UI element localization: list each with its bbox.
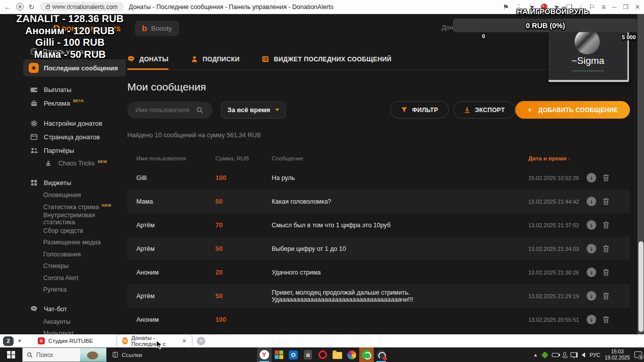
- start-button[interactable]: [0, 347, 22, 362]
- info-icon[interactable]: i: [587, 173, 596, 183]
- info-icon[interactable]: i: [587, 315, 596, 324]
- tab-subscriptions[interactable]: ПОДПИСКИ: [191, 55, 239, 69]
- reload-icon[interactable]: ↻: [29, 4, 35, 11]
- clock[interactable]: 15:03 19.02.2025: [605, 349, 630, 361]
- info-icon[interactable]: i: [587, 220, 596, 230]
- screen: ← Я ↻ www.donationalerts.com Донаты - По…: [0, 0, 644, 362]
- sidebar-item-партнёры[interactable]: Партнёры: [0, 144, 126, 157]
- app-opera[interactable]: [315, 347, 330, 362]
- sidebar-item-чат-бот[interactable]: Чат-бот: [0, 302, 126, 316]
- tab-count-badge[interactable]: 2: [3, 336, 14, 346]
- download-icon[interactable]: ↓: [579, 4, 582, 10]
- app-photos[interactable]: [345, 347, 359, 362]
- datetime-text: 13.02.2025 21:44:42: [528, 199, 585, 205]
- sidebar-item-статистика-стрима[interactable]: Статистика стримаNEW: [0, 201, 126, 213]
- antivirus-icon[interactable]: [541, 351, 548, 358]
- new-tab-button[interactable]: +: [197, 337, 205, 345]
- bookmark-flag-icon[interactable]: ⚑: [503, 4, 509, 11]
- sidebar-item-стикеры[interactable]: Стикеры: [0, 260, 126, 273]
- delete-icon[interactable]: [603, 198, 609, 205]
- filter-button[interactable]: ФИЛЬТР: [390, 101, 449, 119]
- more-menu-icon[interactable]: ⋮: [516, 4, 523, 11]
- close-button[interactable]: ✕: [635, 4, 640, 11]
- tab-studia-rutube[interactable]: S Студия RUTUBE: [33, 334, 98, 347]
- notifications-icon[interactable]: 1: [634, 351, 642, 358]
- sidebar-item-настройки-донатов[interactable]: Настройки донатов: [0, 117, 126, 130]
- extensions-icon[interactable]: ❏: [566, 4, 573, 11]
- back-icon[interactable]: ←: [4, 4, 11, 11]
- sidebar-item-рулетка[interactable]: Рулетка: [0, 284, 126, 296]
- search-input[interactable]: [134, 106, 192, 114]
- sidebar-item-внутристримовая-статистика[interactable]: Внутристримовая статистика: [0, 213, 126, 225]
- sidebar-item-виджеты[interactable]: Виджеты: [0, 176, 126, 190]
- delete-icon[interactable]: [603, 268, 609, 276]
- sidebar-item-выплаты[interactable]: Выплаты: [0, 83, 126, 97]
- sidebar-item-страница-донатов[interactable]: Страница донатов: [0, 130, 126, 144]
- taskbar-apps: Y O ▦: [257, 347, 388, 362]
- username-search[interactable]: [127, 102, 213, 119]
- cell-datetime: 13.02.2025 21:30:26i: [528, 267, 626, 277]
- delete-icon[interactable]: [603, 292, 609, 300]
- sidebar-item-голосования[interactable]: Голосования: [0, 248, 126, 260]
- app-outlook[interactable]: O: [286, 347, 301, 362]
- yandex-protect-icon[interactable]: Я: [16, 3, 24, 11]
- tray-expand-icon[interactable]: ▲: [533, 352, 538, 357]
- tab-donationalerts-active[interactable]: D Донаты - Последние с ✕: [117, 334, 192, 347]
- app-obs[interactable]: [374, 347, 388, 362]
- app-yandex-browser[interactable]: Y: [257, 347, 272, 362]
- donations-stat: Донаты: 88,0: [442, 24, 479, 31]
- scrollbar-thumb[interactable]: [638, 241, 643, 332]
- battery-icon[interactable]: [552, 353, 559, 357]
- links-toolbar[interactable]: Ссылки: [113, 352, 142, 358]
- sidebar-item-chaos-tricks[interactable]: Chaos TricksNEW: [0, 157, 126, 169]
- tab-last-messages-widget[interactable]: ВИДЖЕТ ПОСЛЕДНИХ СООБЩЕНИЙ: [262, 55, 391, 69]
- sort-datetime[interactable]: Дата и время ↓: [528, 155, 623, 161]
- page-scrollbar[interactable]: [637, 14, 644, 334]
- info-icon[interactable]: i: [587, 197, 596, 206]
- tab-list-chevron-icon[interactable]: ▼: [16, 338, 24, 343]
- info-icon[interactable]: i: [587, 291, 596, 301]
- minimize-button[interactable]: ─: [612, 4, 617, 11]
- app-calculator[interactable]: ▦: [301, 347, 315, 362]
- period-dropdown[interactable]: За всё время: [221, 102, 286, 119]
- app-file-explorer[interactable]: [330, 347, 345, 362]
- add-message-button[interactable]: + ДОБАВИТЬ СООБЩЕНИЕ: [515, 101, 630, 119]
- delete-icon[interactable]: [603, 174, 609, 182]
- sidebar-item-corona-alert[interactable]: Corona Alert: [0, 272, 126, 284]
- widget-list-icon: [262, 55, 269, 63]
- sidebar-item-реклама[interactable]: РекламаBETA: [0, 97, 126, 110]
- info-icon[interactable]: i: [587, 267, 596, 277]
- delete-icon[interactable]: [603, 245, 609, 252]
- microphone-icon[interactable]: [564, 352, 566, 356]
- sidebar-item-сбор-средств[interactable]: Сбор средств: [0, 225, 126, 237]
- sidebar-item-размещение-медиа[interactable]: Размещение медиа: [0, 237, 126, 249]
- sidebar-item-оповещения[interactable]: Оповещения: [0, 190, 126, 202]
- red-extension-icon[interactable]: [541, 4, 547, 10]
- donationalerts-logo[interactable]: D DONATIONALERTS: [52, 24, 121, 34]
- menu-icon[interactable]: ≡: [601, 4, 605, 11]
- cell-username: Аноним: [136, 316, 215, 323]
- taskbar-search[interactable]: Поиск: [22, 347, 107, 362]
- language-indicator[interactable]: РУС: [590, 352, 600, 358]
- cursor-extension-icon[interactable]: ➤: [553, 3, 560, 11]
- tab-donations[interactable]: ДОНАТЫ: [127, 55, 169, 69]
- url-bar[interactable]: www.donationalerts.com: [40, 2, 124, 12]
- close-tab-icon[interactable]: ✕: [182, 338, 187, 344]
- app-store[interactable]: [272, 347, 286, 362]
- cursor-extension-icon[interactable]: ➤: [528, 3, 535, 11]
- sidebar-item-label: Чат-бот: [44, 305, 67, 313]
- delete-icon[interactable]: [603, 316, 609, 323]
- boosty-button[interactable]: b Boosty: [135, 21, 179, 36]
- export-button[interactable]: ЭКСПОРТ: [453, 101, 516, 119]
- app-whatsapp[interactable]: [359, 347, 374, 362]
- cell-message: Какая головоломка?: [272, 198, 528, 205]
- delete-icon[interactable]: [603, 221, 609, 229]
- maximize-button[interactable]: ❐: [623, 4, 628, 11]
- table-row: Артём50Привет, молодец продолжай дальше …: [127, 284, 630, 308]
- sidebar-item-последние-сообщения[interactable]: ★Последние сообщения: [23, 59, 126, 76]
- speaker-icon[interactable]: [582, 352, 585, 357]
- sidebar-item-аккаунты[interactable]: Аккаунты: [0, 316, 126, 328]
- sidebar-nav: ★Последние сообщенияВыплатыРекламаBETAНа…: [0, 59, 126, 339]
- bookmarks-icon[interactable]: ⚐: [589, 4, 595, 11]
- info-icon[interactable]: i: [587, 244, 596, 253]
